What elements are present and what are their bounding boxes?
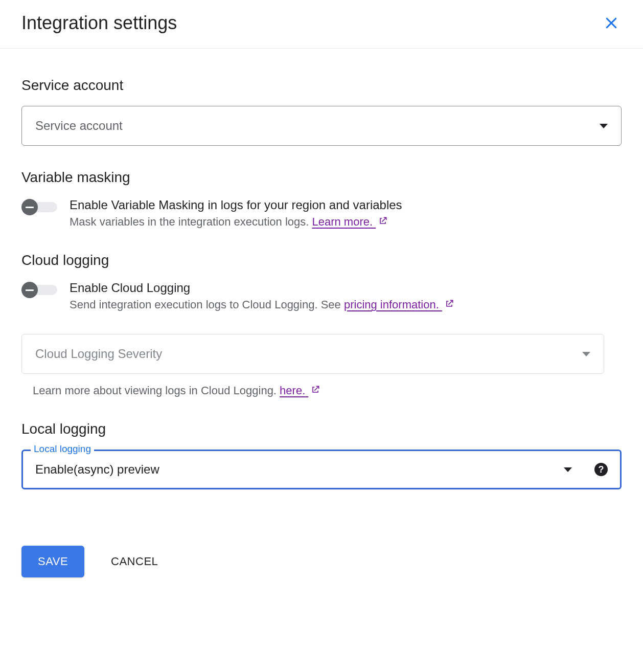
cloud-logging-severity-placeholder: Cloud Logging Severity: [35, 347, 162, 361]
here-link-text: here.: [280, 384, 305, 397]
dialog-header: Integration settings: [0, 0, 643, 49]
cloud-logging-section: Cloud logging Enable Cloud Logging Send …: [21, 252, 622, 397]
cloud-logging-content: Enable Cloud Logging Send integration ex…: [70, 281, 622, 311]
minus-icon: [26, 207, 34, 208]
external-link-icon: [444, 299, 454, 309]
cloud-logging-here-link[interactable]: here.: [280, 384, 320, 397]
variable-masking-desc-text: Mask variables in the integration execut…: [70, 215, 312, 228]
local-logging-field-label: Local logging: [31, 443, 94, 455]
cloud-logging-severity-block: Cloud Logging Severity Learn more about …: [21, 334, 622, 397]
variable-masking-row: Enable Variable Masking in logs for your…: [21, 198, 622, 229]
service-account-title: Service account: [21, 77, 622, 94]
help-icon[interactable]: ?: [594, 463, 608, 476]
cloud-logging-label: Enable Cloud Logging: [70, 281, 622, 295]
service-account-select[interactable]: Service account: [21, 106, 622, 146]
variable-masking-section: Variable masking Enable Variable Masking…: [21, 169, 622, 229]
cloud-logging-severity-select[interactable]: Cloud Logging Severity: [21, 334, 604, 374]
cloud-logging-helper-text: Learn more about viewing logs in Cloud L…: [33, 384, 280, 397]
local-logging-section: Local logging Local logging Enable(async…: [21, 421, 622, 489]
close-button[interactable]: [601, 13, 622, 33]
variable-masking-learn-more-link[interactable]: Learn more.: [312, 215, 388, 228]
variable-masking-title: Variable masking: [21, 169, 622, 186]
variable-masking-label: Enable Variable Masking in logs for your…: [70, 198, 622, 212]
pricing-link-text: pricing information.: [344, 298, 439, 311]
variable-masking-content: Enable Variable Masking in logs for your…: [70, 198, 622, 229]
cloud-logging-toggle[interactable]: [21, 282, 58, 298]
local-logging-field-wrapper: Local logging Enable(async) preview ?: [21, 450, 622, 489]
cloud-logging-title: Cloud logging: [21, 252, 622, 268]
caret-down-icon: [564, 467, 572, 472]
service-account-placeholder: Service account: [35, 119, 123, 133]
learn-more-text: Learn more.: [312, 215, 373, 228]
external-link-icon: [310, 385, 320, 395]
local-logging-select[interactable]: Enable(async) preview ?: [21, 450, 622, 489]
service-account-section: Service account Service account: [21, 77, 622, 146]
dialog-content: Service account Service account Variable…: [0, 49, 643, 598]
local-logging-right: ?: [564, 463, 608, 476]
dialog-title: Integration settings: [21, 12, 177, 34]
variable-masking-desc: Mask variables in the integration execut…: [70, 215, 622, 229]
external-link-icon: [378, 216, 388, 226]
pricing-information-link[interactable]: pricing information.: [344, 298, 454, 311]
close-icon: [604, 15, 619, 31]
cancel-button[interactable]: CANCEL: [111, 555, 158, 568]
caret-down-icon: [582, 352, 590, 356]
cloud-logging-row: Enable Cloud Logging Send integration ex…: [21, 281, 622, 311]
toggle-thumb: [21, 282, 38, 298]
local-logging-title: Local logging: [21, 421, 622, 437]
caret-down-icon: [600, 124, 608, 128]
dialog-actions: SAVE CANCEL: [21, 546, 622, 577]
toggle-thumb: [21, 199, 38, 215]
save-button[interactable]: SAVE: [21, 546, 84, 577]
variable-masking-toggle[interactable]: [21, 199, 58, 215]
cloud-logging-helper: Learn more about viewing logs in Cloud L…: [21, 384, 622, 397]
cloud-logging-desc: Send integration execution logs to Cloud…: [70, 298, 622, 311]
minus-icon: [26, 289, 34, 291]
cloud-logging-desc-text: Send integration execution logs to Cloud…: [70, 298, 344, 311]
local-logging-value: Enable(async) preview: [35, 462, 159, 477]
